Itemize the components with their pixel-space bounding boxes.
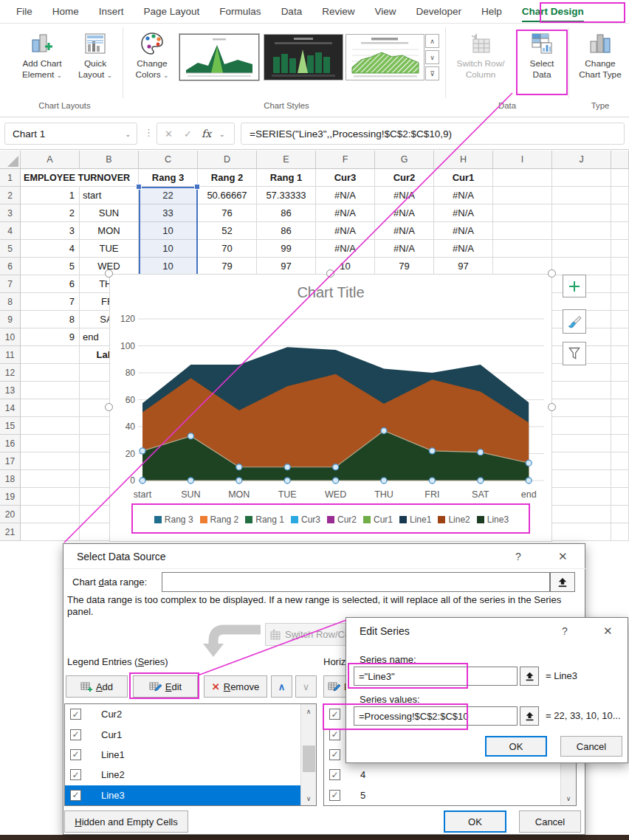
tab-chart-design[interactable]: Chart Design bbox=[522, 6, 584, 17]
row-header-4[interactable]: 4 bbox=[0, 222, 21, 240]
series-item-cur2[interactable]: ✓Cur2 bbox=[65, 704, 316, 724]
tab-help[interactable]: Help bbox=[481, 6, 502, 17]
row-header-17[interactable]: 17 bbox=[0, 452, 21, 470]
close-icon[interactable]: ✕ bbox=[558, 550, 568, 563]
row-header-12[interactable]: 12 bbox=[0, 364, 21, 382]
edit-series-button[interactable]: Edit bbox=[133, 675, 198, 698]
cell-F3[interactable]: #N/A bbox=[316, 204, 375, 222]
cell-E4[interactable]: 86 bbox=[257, 222, 316, 240]
tab-developer[interactable]: Developer bbox=[416, 6, 461, 17]
cell-header-F[interactable]: Cur3 bbox=[316, 169, 375, 187]
column-header-J[interactable]: J bbox=[552, 151, 611, 169]
cell-B5[interactable]: TUE bbox=[80, 240, 139, 258]
cell-A13[interactable] bbox=[21, 382, 80, 399]
row-header-18[interactable]: 18 bbox=[0, 470, 21, 488]
cell-D3[interactable]: 76 bbox=[198, 204, 257, 222]
column-header-E[interactable]: E bbox=[257, 151, 316, 169]
tab-home[interactable]: Home bbox=[52, 6, 79, 17]
cell-H6[interactable]: 97 bbox=[434, 258, 493, 275]
tab-formulas[interactable]: Formulas bbox=[219, 6, 261, 17]
gallery-scroll-down-button[interactable]: ∨ bbox=[425, 50, 439, 64]
tab-file[interactable]: File bbox=[16, 6, 32, 17]
cell-F6[interactable]: 10 bbox=[316, 258, 375, 275]
checkbox-checked[interactable]: ✓ bbox=[329, 729, 340, 740]
cancel-button[interactable]: Cancel bbox=[519, 810, 581, 833]
cell-A2[interactable]: 1 bbox=[21, 187, 80, 204]
checkbox-checked[interactable]: ✓ bbox=[329, 749, 340, 760]
range-selector-button[interactable] bbox=[520, 706, 539, 726]
legend-item-cur3[interactable]: Cur3 bbox=[291, 514, 320, 525]
scroll-down-icon[interactable]: ∨ bbox=[301, 791, 316, 805]
axis-item-4[interactable]: ✓4 bbox=[324, 765, 576, 785]
cell-A7[interactable]: 6 bbox=[21, 275, 80, 293]
legend-item-rang-1[interactable]: Rang 1 bbox=[245, 514, 284, 525]
cell-H2[interactable]: #N/A bbox=[434, 187, 493, 204]
checkbox-checked[interactable]: ✓ bbox=[329, 790, 340, 801]
chart-title[interactable]: Chart Title bbox=[110, 284, 551, 301]
row-header-3[interactable]: 3 bbox=[0, 204, 21, 222]
legend-item-cur1[interactable]: Cur1 bbox=[363, 514, 393, 525]
chart-elements-button[interactable] bbox=[563, 275, 586, 297]
cell-G3[interactable]: #N/A bbox=[375, 204, 434, 222]
change-chart-type-button[interactable]: Change Chart Type bbox=[573, 29, 628, 80]
cancel-formula-icon[interactable]: ✕ bbox=[165, 128, 173, 140]
cell-A17[interactable] bbox=[21, 452, 80, 470]
cell-F4[interactable]: #N/A bbox=[316, 222, 375, 240]
cell-A4[interactable]: 3 bbox=[21, 222, 80, 240]
legend-item-line2[interactable]: Line2 bbox=[438, 514, 470, 525]
cell-J20[interactable] bbox=[552, 506, 611, 523]
cell-J4[interactable] bbox=[552, 222, 611, 240]
remove-series-button[interactable]: ✕ Remove bbox=[204, 675, 267, 698]
checkbox-checked[interactable]: ✓ bbox=[329, 769, 340, 780]
select-all-corner[interactable] bbox=[0, 151, 21, 169]
row-header-20[interactable]: 20 bbox=[0, 506, 21, 523]
cell-I6[interactable] bbox=[493, 258, 552, 275]
chart-data-range-input[interactable] bbox=[162, 572, 550, 592]
help-icon[interactable]: ? bbox=[562, 625, 568, 637]
tab-page-layout[interactable]: Page Layout bbox=[144, 6, 200, 17]
scroll-down-icon[interactable]: ∨ bbox=[561, 791, 576, 805]
tab-view[interactable]: View bbox=[374, 6, 396, 17]
cell-A11[interactable] bbox=[21, 346, 80, 364]
column-header-A[interactable]: A bbox=[21, 151, 80, 169]
cell-H3[interactable]: #N/A bbox=[434, 204, 493, 222]
series-item-line2[interactable]: ✓Line2 bbox=[65, 765, 316, 785]
row-header-2[interactable]: 2 bbox=[0, 187, 21, 204]
cell-B2[interactable]: start bbox=[80, 187, 139, 204]
add-series-button[interactable]: Add bbox=[66, 675, 128, 698]
row-header-8[interactable]: 8 bbox=[0, 293, 21, 311]
cell-J12[interactable] bbox=[552, 364, 611, 382]
cell-A21[interactable] bbox=[21, 523, 80, 541]
tab-insert[interactable]: Insert bbox=[99, 6, 124, 17]
cell-B4[interactable]: MON bbox=[80, 222, 139, 240]
cell-I5[interactable] bbox=[493, 240, 552, 258]
cell-A5[interactable]: 4 bbox=[21, 240, 80, 258]
cell-A3[interactable]: 2 bbox=[21, 204, 80, 222]
cell-J18[interactable] bbox=[552, 470, 611, 488]
cell-J21[interactable] bbox=[552, 523, 611, 541]
cell-J2[interactable] bbox=[552, 187, 611, 204]
checkbox-checked[interactable]: ✓ bbox=[329, 709, 340, 720]
scroll-up-icon[interactable]: ∧ bbox=[301, 704, 316, 718]
checkbox-checked[interactable]: ✓ bbox=[70, 790, 81, 801]
legend-item-rang-3[interactable]: Rang 3 bbox=[154, 514, 193, 525]
cell-D5[interactable]: 70 bbox=[198, 240, 257, 258]
cell-J3[interactable] bbox=[552, 204, 611, 222]
checkbox-checked[interactable]: ✓ bbox=[70, 729, 81, 740]
cell-J17[interactable] bbox=[552, 452, 611, 470]
cell-G5[interactable]: #N/A bbox=[375, 240, 434, 258]
cell-A16[interactable] bbox=[21, 435, 80, 452]
chart-resize-handle[interactable] bbox=[548, 403, 556, 411]
cell-A20[interactable] bbox=[21, 506, 80, 523]
cell-header-H[interactable]: Cur1 bbox=[434, 169, 493, 187]
cell-H4[interactable]: #N/A bbox=[434, 222, 493, 240]
cell-header-D[interactable]: Rang 2 bbox=[198, 169, 257, 187]
cell-J5[interactable] bbox=[552, 240, 611, 258]
chart-styles-button[interactable] bbox=[563, 309, 586, 334]
row-header-15[interactable]: 15 bbox=[0, 417, 21, 435]
cell-A12[interactable] bbox=[21, 364, 80, 382]
column-header-C[interactable]: C bbox=[139, 151, 198, 169]
column-header-H[interactable]: H bbox=[434, 151, 493, 169]
legend-item-line1[interactable]: Line1 bbox=[399, 514, 431, 525]
switch-row-column-dialog-button[interactable]: Switch Row/Column bbox=[265, 623, 348, 646]
